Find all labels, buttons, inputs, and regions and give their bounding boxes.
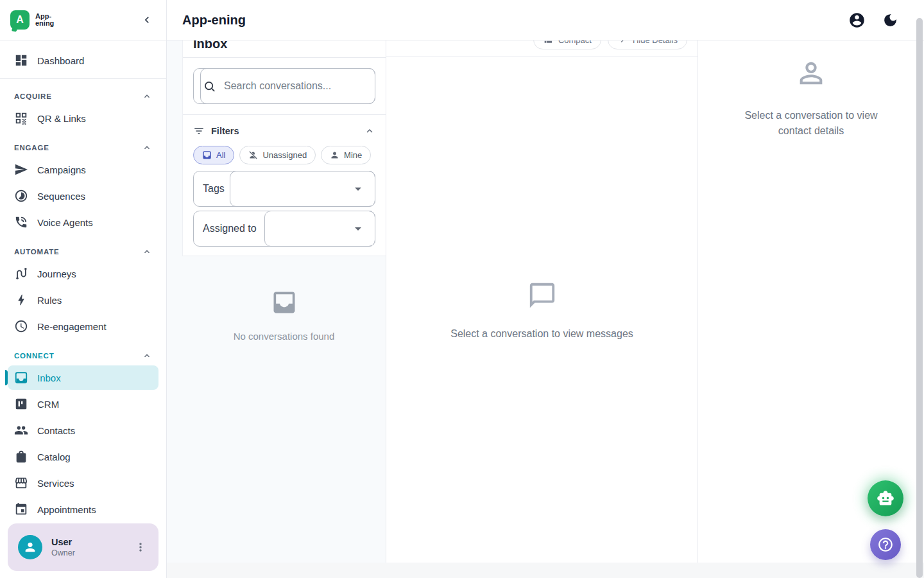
sidebar-item-label: Dashboard — [37, 55, 84, 66]
chip-label: Mine — [344, 150, 362, 160]
sidebar-item-inbox[interactable]: Inbox — [8, 365, 158, 390]
conversations-header-section: Inbox Filters All — [182, 40, 386, 256]
logo-line2: ening — [35, 20, 54, 28]
dropdown-arrow-icon — [350, 221, 366, 236]
messages-empty-state: Select a conversation to view messages — [386, 57, 697, 563]
sidebar-nav: Dashboard ACQUIRE QR & Links ENGAGE Camp… — [0, 40, 166, 521]
help-fab[interactable] — [870, 529, 901, 560]
sidebar-item-label: Re-engagement — [37, 321, 107, 332]
phone-in-talk-icon — [14, 215, 28, 229]
user-avatar — [18, 535, 42, 559]
section-header-acquire[interactable]: ACQUIRE — [8, 87, 158, 106]
topbar: App-ening — [167, 0, 924, 40]
section-label: CONNECT — [14, 352, 54, 360]
inbox-chat-icon — [202, 150, 212, 160]
sidebar: A App- ening Dashboard ACQUIRE QR & Link… — [0, 0, 167, 578]
main-content: Inbox Filters All — [167, 40, 924, 563]
section-header-automate[interactable]: AUTOMATE — [8, 242, 158, 261]
details-empty-text: Select a conversation to view contact de… — [731, 108, 891, 139]
assistant-fab[interactable] — [868, 480, 903, 516]
search-input[interactable] — [224, 80, 366, 92]
person-off-icon — [248, 150, 258, 160]
sidebar-item-label: Appointments — [37, 504, 96, 515]
sidebar-item-appointments[interactable]: Appointments — [8, 497, 158, 521]
sidebar-item-services[interactable]: Services — [8, 471, 158, 495]
sidebar-item-sequences[interactable]: Sequences — [8, 184, 158, 208]
account-circle-icon — [848, 12, 866, 29]
section-label: ENGAGE — [14, 144, 49, 152]
sidebar-item-label: CRM — [37, 399, 59, 410]
sidebar-item-contacts[interactable]: Contacts — [8, 418, 158, 442]
filters-label: Filters — [211, 126, 239, 136]
sidebar-item-label: Voice Agents — [37, 217, 93, 228]
sidebar-item-label: Journeys — [37, 268, 76, 279]
sidebar-item-journeys[interactable]: Journeys — [8, 261, 158, 286]
chip-label: All — [216, 150, 225, 160]
sidebar-item-campaigns[interactable]: Campaigns — [8, 157, 158, 182]
inbox-title-wrap: Inbox — [183, 40, 386, 57]
user-menu-button[interactable] — [134, 539, 150, 555]
chevron-up-icon — [142, 247, 152, 257]
person-icon — [23, 540, 37, 554]
sidebar-item-rules[interactable]: Rules — [8, 288, 158, 312]
user-card[interactable]: User Owner — [8, 523, 158, 571]
filter-chip-all[interactable]: All — [193, 146, 234, 164]
filters-header[interactable]: Filters — [193, 121, 375, 141]
shopping-bag-icon — [14, 450, 28, 464]
topbar-actions — [844, 8, 902, 32]
kanban-icon — [14, 397, 28, 411]
dark-mode-toggle[interactable] — [878, 8, 902, 32]
sidebar-item-reengagement[interactable]: Re-engagement — [8, 314, 158, 338]
user-meta: User Owner — [51, 537, 134, 557]
sidebar-item-crm[interactable]: CRM — [8, 392, 158, 416]
tags-select[interactable]: Tags — [193, 171, 375, 207]
messages-empty-text: Select a conversation to view messages — [450, 328, 633, 340]
clock-icon — [14, 319, 28, 333]
sidebar-item-label: Contacts — [37, 425, 75, 436]
sidebar-header: A App- ening — [0, 0, 166, 40]
sidebar-item-label: Catalog — [37, 451, 71, 462]
chip-label: Unassigned — [262, 150, 307, 160]
compact-button[interactable]: Compact — [533, 40, 601, 49]
account-button[interactable] — [844, 8, 869, 32]
page-title: App-ening — [182, 13, 246, 28]
dropdown-arrow-icon — [350, 181, 366, 197]
assigned-to-select[interactable]: Assigned to — [193, 211, 375, 247]
person-outline-icon — [794, 57, 828, 90]
chevron-right-icon — [617, 40, 628, 45]
app-logo-icon: A — [10, 10, 30, 30]
search-field[interactable] — [193, 68, 375, 104]
hide-details-button[interactable]: Hide Details — [608, 40, 687, 49]
sidebar-item-dashboard[interactable]: Dashboard — [8, 48, 158, 73]
help-icon — [877, 536, 894, 553]
conversations-empty-state: No conversations found — [182, 288, 386, 342]
user-role: Owner — [51, 548, 134, 557]
filters-section: Filters All Unassigned Mine — [183, 115, 386, 256]
page-scrollbar[interactable] — [916, 18, 923, 578]
user-name: User — [51, 537, 134, 547]
robot-icon — [877, 489, 894, 507]
sidebar-item-label: Inbox — [37, 372, 61, 383]
storefront-icon — [14, 476, 28, 490]
section-header-engage[interactable]: ENGAGE — [8, 138, 158, 157]
filter-chip-mine[interactable]: Mine — [321, 146, 371, 164]
tags-select-label: Tags — [203, 183, 225, 195]
view-list-icon — [543, 40, 553, 45]
sidebar-item-catalog[interactable]: Catalog — [8, 444, 158, 469]
inbox-title: Inbox — [193, 40, 375, 52]
bolt-icon — [14, 293, 28, 307]
sidebar-collapse-button[interactable] — [138, 11, 156, 29]
filter-chip-unassigned[interactable]: Unassigned — [239, 146, 316, 164]
details-empty-state: Select a conversation to view contact de… — [698, 40, 924, 139]
sidebar-item-label: Sequences — [37, 191, 85, 202]
compact-button-label: Compact — [558, 40, 592, 45]
messages-toolbar: Compact Hide Details — [386, 40, 697, 57]
section-label: AUTOMATE — [14, 248, 60, 256]
section-header-connect[interactable]: CONNECT — [8, 346, 158, 365]
sidebar-item-voice-agents[interactable]: Voice Agents — [8, 210, 158, 234]
sidebar-item-qr-links[interactable]: QR & Links — [8, 106, 158, 130]
divider — [0, 78, 166, 79]
assigned-to-select-label: Assigned to — [203, 223, 257, 234]
hide-details-button-label: Hide Details — [633, 40, 678, 45]
logo-letter: A — [16, 14, 24, 26]
